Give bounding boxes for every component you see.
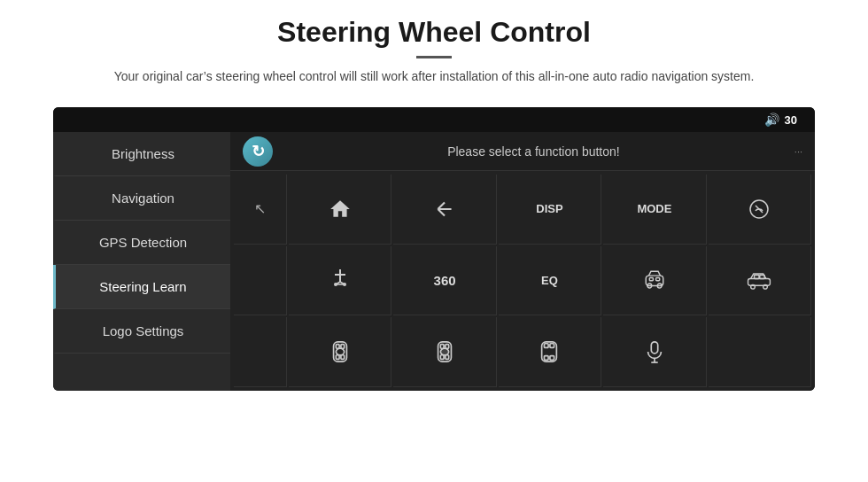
svg-rect-18: [760, 276, 764, 279]
car-top2-icon: [434, 340, 455, 363]
header-subtitle: Your original car’s steering wheel contr…: [53, 67, 815, 86]
row3-empty: [234, 317, 287, 387]
function-prompt: Please select a function button!: [283, 144, 784, 159]
back-icon: [433, 198, 456, 221]
svg-rect-17: [755, 276, 759, 279]
sidebar-item-gps-detection[interactable]: GPS Detection: [53, 221, 230, 265]
sidebar: Brightness Navigation GPS Detection Stee…: [53, 132, 230, 391]
svg-rect-13: [656, 278, 660, 281]
disp-button[interactable]: DISP: [499, 175, 601, 245]
car-top2-button[interactable]: [393, 317, 496, 387]
eq-button[interactable]: EQ: [499, 246, 601, 316]
svg-rect-21: [341, 345, 345, 349]
row2-empty: [234, 246, 287, 316]
svg-point-30: [440, 348, 448, 354]
phone-slash-icon: [748, 198, 770, 220]
car-side-button[interactable]: [709, 246, 811, 316]
svg-rect-34: [545, 356, 549, 361]
svg-point-24: [336, 348, 344, 354]
car-top3-button[interactable]: [499, 317, 601, 387]
device-screen: 🔊 30 Brightness Navigation GPS Detection…: [53, 107, 815, 391]
function-bar: ↻ Please select a function button! ···: [230, 132, 815, 171]
antenna-button[interactable]: [289, 246, 391, 316]
antenna-icon: [329, 268, 351, 292]
svg-rect-35: [550, 356, 554, 361]
svg-rect-20: [336, 345, 339, 349]
car-side-icon: [747, 270, 771, 290]
car-top3-icon: [539, 340, 560, 363]
mode-button[interactable]: MODE: [603, 175, 706, 245]
title-divider: [416, 56, 452, 58]
car-top-button[interactable]: [289, 317, 391, 387]
volume-level: 30: [785, 113, 797, 127]
svg-rect-12: [649, 278, 653, 281]
car-front-button[interactable]: [603, 246, 706, 316]
svg-rect-36: [651, 342, 657, 354]
top-bar: 🔊 30: [53, 107, 815, 132]
button-grid: ↖ DISP MODE: [230, 171, 815, 391]
svg-rect-23: [341, 355, 345, 360]
svg-rect-22: [336, 355, 339, 360]
sidebar-item-steering-learn[interactable]: Steering Learn: [53, 265, 230, 309]
mic-icon: [645, 340, 664, 363]
sidebar-item-logo-settings[interactable]: Logo Settings: [53, 309, 230, 354]
button-360[interactable]: 360: [393, 246, 496, 316]
top-right-dots: ···: [794, 146, 802, 157]
svg-rect-14: [748, 279, 771, 286]
main-area: Brightness Navigation GPS Detection Stee…: [53, 132, 815, 391]
svg-rect-27: [446, 345, 449, 349]
volume-icon: 🔊: [764, 113, 779, 127]
content-area: ↻ Please select a function button! ··· ↖: [230, 132, 815, 391]
svg-rect-26: [440, 345, 444, 349]
home-icon: [329, 198, 352, 221]
svg-rect-33: [550, 344, 554, 348]
phone-slash-button[interactable]: [709, 175, 811, 245]
mic-button[interactable]: [603, 317, 706, 387]
svg-rect-28: [440, 355, 444, 360]
home-button[interactable]: [289, 175, 391, 245]
page-title: Steering Wheel Control: [53, 16, 815, 49]
sidebar-item-navigation[interactable]: Navigation: [53, 176, 230, 221]
page-header: Steering Wheel Control Your original car…: [0, 0, 868, 98]
svg-rect-32: [545, 344, 549, 348]
cursor-icon: ↖: [254, 200, 266, 217]
svg-rect-29: [446, 355, 449, 360]
sidebar-item-brightness[interactable]: Brightness: [53, 132, 230, 176]
empty-cell: [709, 317, 811, 387]
cursor-indicator: ↖: [234, 175, 287, 245]
back-button[interactable]: [393, 175, 496, 245]
refresh-icon: ↻: [252, 142, 265, 161]
car-front-icon: [643, 268, 666, 292]
refresh-button[interactable]: ↻: [243, 136, 273, 167]
car-top-icon: [329, 340, 351, 363]
